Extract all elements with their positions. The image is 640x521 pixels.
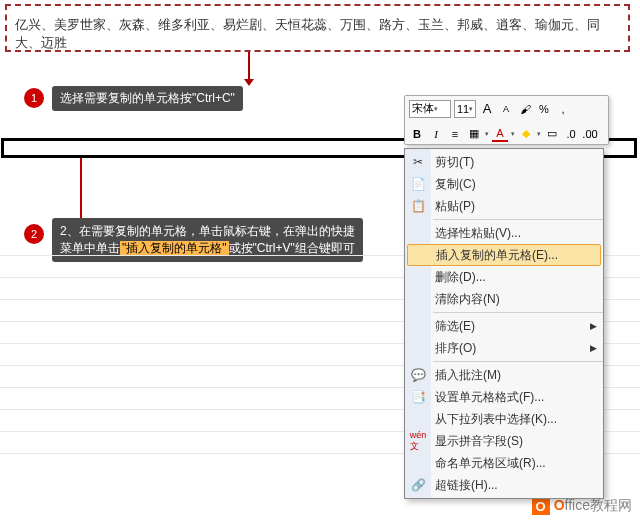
ctx-copy[interactable]: 📄复制(C) [405,173,603,195]
ctx-hyperlink[interactable]: 🔗超链接(H)... [405,474,603,496]
percent-style-button[interactable]: % [536,101,552,117]
bold-button[interactable]: B [409,126,425,142]
fill-color-button[interactable]: ◆ [518,126,534,142]
ctx-name-range[interactable]: 命名单元格区域(R)... [405,452,603,474]
ctx-paste[interactable]: 📋粘贴(P) [405,195,603,217]
source-text: 亿兴、美罗世家、灰森、维多利亚、易烂剧、天恒花蕊、万围、路方、玉兰、邦威、逍客、… [15,17,600,50]
step2-highlight: "插入复制的单元格" [120,241,229,255]
step2-badge: 2 [24,224,44,244]
pinyin-icon: wén文 [409,432,427,450]
font-size-selector[interactable]: 11▾ [454,100,476,118]
format-cells-icon: 📑 [409,388,427,406]
ctx-insert-copied-cells[interactable]: 插入复制的单元格(E)... [407,244,601,266]
comment-icon: 💬 [409,366,427,384]
scissors-icon: ✂ [409,153,427,171]
chevron-right-icon: ▶ [590,343,597,353]
step1-badge: 1 [24,88,44,108]
ctx-pick-list[interactable]: 从下拉列表中选择(K)... [405,408,603,430]
italic-button[interactable]: I [428,126,444,142]
watermark: O OOffice教程网ffice教程网 [532,497,632,515]
font-selector[interactable]: 宋体▾ [409,100,451,118]
paste-icon: 📋 [409,197,427,215]
chevron-right-icon: ▶ [590,321,597,331]
grow-font-button[interactable]: A [479,101,495,117]
hyperlink-icon: 🔗 [409,476,427,494]
ctx-paste-special[interactable]: 选择性粘贴(V)... [405,222,603,244]
ctx-format-cells[interactable]: 📑设置单元格格式(F)... [405,386,603,408]
copy-icon: 📄 [409,175,427,193]
step1-text: 选择需要复制的单元格按"Ctrl+C" [52,86,243,111]
mini-toolbar: 宋体▾ 11▾ A A 🖌 % , B I ≡ ▦▾ A▾ ◆▾ ▭ .0 .0… [404,95,609,145]
decrease-decimal-button[interactable]: .00 [582,126,598,142]
ctx-filter[interactable]: 筛选(E)▶ [405,315,603,337]
context-menu: ✂剪切(T) 📄复制(C) 📋粘贴(P) 选择性粘贴(V)... 插入复制的单元… [404,148,604,499]
arrow-up-2 [80,158,82,218]
source-data-box: 亿兴、美罗世家、灰森、维多利亚、易烂剧、天恒花蕊、万围、路方、玉兰、邦威、逍客、… [5,4,630,52]
ctx-clear[interactable]: 清除内容(N) [405,288,603,310]
merge-button[interactable]: ▭ [544,126,560,142]
ctx-insert-comment[interactable]: 💬插入批注(M) [405,364,603,386]
ctx-pinyin[interactable]: wén文显示拼音字段(S) [405,430,603,452]
align-button[interactable]: ≡ [447,126,463,142]
font-color-button[interactable]: A [492,126,508,142]
comma-style-button[interactable]: , [555,101,571,117]
arrow-down-1 [248,52,250,80]
shrink-font-button[interactable]: A [498,101,514,117]
borders-button[interactable]: ▦ [466,126,482,142]
ctx-delete[interactable]: 删除(D)... [405,266,603,288]
ctx-sort[interactable]: 排序(O)▶ [405,337,603,359]
ctx-cut[interactable]: ✂剪切(T) [405,151,603,173]
format-painter-button[interactable]: 🖌 [517,101,533,117]
office-logo-icon: O [532,497,550,515]
increase-decimal-button[interactable]: .0 [563,126,579,142]
